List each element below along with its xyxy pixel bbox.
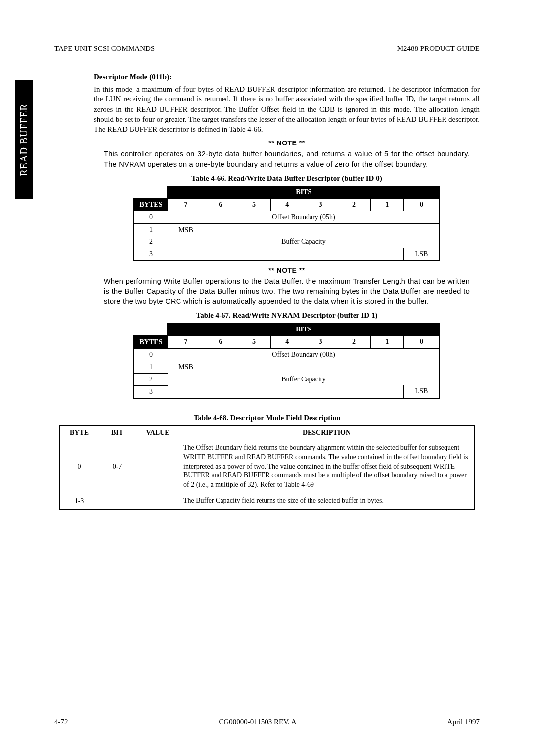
note-heading: ** NOTE ** [94,266,480,274]
empty-cell [168,385,403,398]
side-tab-label: READ BUFFER [18,103,30,176]
note-body: When performing Write Buffer operations … [104,276,470,306]
desc-header: VALUE [136,425,179,440]
header-right: M2488 PRODUCT GUIDE [397,45,480,53]
section-heading: Descriptor Mode (011b): [94,73,480,81]
empty-cell [204,361,440,373]
bit-col: 4 [270,198,304,211]
lsb-cell: LSB [403,385,440,398]
buffer-capacity-cell: Buffer Capacity [168,236,440,248]
footer-center: CG00000-011503 REV. A [219,718,296,726]
bit-col: 0 [403,198,440,211]
byte-row-label: 0 [134,348,168,361]
table-corner [134,186,168,199]
row0-cell: Offset Boundary (05h) [168,211,440,224]
bit-col: 5 [237,198,270,211]
empty-cell [204,224,440,236]
msb-cell: MSB [168,224,204,236]
byte-row-label: 3 [134,385,168,398]
bit-col: 2 [337,198,370,211]
bit-col: 7 [168,336,204,349]
header-left: TAPE UNIT SCSI COMMANDS [54,45,155,53]
bit-col: 0 [403,336,440,349]
bit-col: 1 [370,198,403,211]
footer-right: April 1997 [447,718,480,726]
desc-value [136,493,179,509]
footer-left: 4-72 [54,718,68,726]
body-content: Descriptor Mode (011b): In this mode, a … [94,73,480,410]
page-header: TAPE UNIT SCSI COMMANDS M2488 PRODUCT GU… [54,45,480,53]
table-467: BITS BYTES 7 6 5 4 3 2 1 0 0 Offset Boun… [134,323,440,399]
empty-cell [168,248,403,261]
table-466: BITS BYTES 7 6 5 4 3 2 1 0 0 Offset Boun… [134,186,440,262]
msb-cell: MSB [168,361,204,373]
bit-col: 6 [204,198,237,211]
desc-description: The Buffer Capacity field returns the si… [179,493,475,509]
page-footer: 4-72 CG00000-011503 REV. A April 1997 [54,718,480,726]
table-468: BYTE BIT VALUE DESCRIPTION 0 0-7 The Off… [59,425,475,510]
bit-col: 1 [370,336,403,349]
desc-byte: 1-3 [60,493,98,509]
table-caption-467: Table 4-67. Read/Write NVRAM Descriptor … [94,311,480,320]
desc-bit [98,493,136,509]
bytes-header: BYTES [134,336,168,349]
desc-bit: 0-7 [98,440,136,493]
bit-col: 7 [168,198,204,211]
table-caption-466: Table 4-66. Read/Write Data Buffer Descr… [94,174,480,183]
byte-row-label: 1 [134,224,168,236]
table-caption-468: Table 4-68. Descriptor Mode Field Descri… [54,414,480,422]
note-heading: ** NOTE ** [94,139,480,147]
bit-col: 6 [204,336,237,349]
desc-header: DESCRIPTION [179,425,475,440]
desc-header: BIT [98,425,136,440]
table-corner [134,323,168,336]
bits-header: BITS [168,186,440,199]
section-paragraph: In this mode, a maximum of four bytes of… [94,84,480,134]
desc-header: BYTE [60,425,98,440]
bits-header: BITS [168,323,440,336]
bit-col: 2 [337,336,370,349]
byte-row-label: 2 [134,373,168,385]
bytes-header: BYTES [134,198,168,211]
bit-col: 4 [270,336,304,349]
byte-row-label: 3 [134,248,168,261]
note-body: This controller operates on 32-byte data… [104,149,470,169]
desc-value [136,440,179,493]
buffer-capacity-cell: Buffer Capacity [168,373,440,385]
row0-cell: Offset Boundary (00h) [168,348,440,361]
lsb-cell: LSB [403,248,440,261]
desc-description: The Offset Boundary field returns the bo… [179,440,475,493]
bit-col: 3 [304,198,337,211]
desc-byte: 0 [60,440,98,493]
byte-row-label: 1 [134,361,168,373]
byte-row-label: 0 [134,211,168,224]
byte-row-label: 2 [134,236,168,248]
bit-col: 5 [237,336,270,349]
side-tab: READ BUFFER [15,80,33,199]
bit-col: 3 [304,336,337,349]
